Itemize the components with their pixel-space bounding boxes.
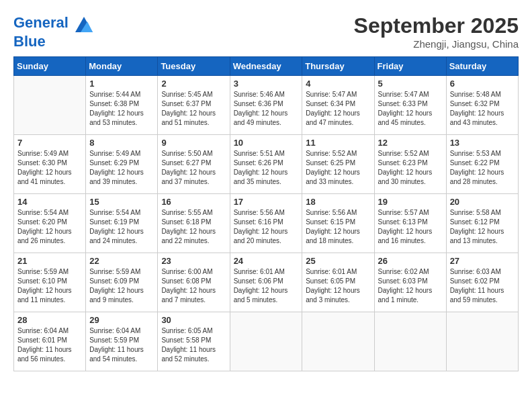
- calendar-cell: 23Sunrise: 6:00 AM Sunset: 6:08 PM Dayli…: [158, 253, 230, 312]
- day-number: 2: [161, 79, 226, 89]
- day-number: 17: [234, 197, 299, 207]
- calendar-cell: 2Sunrise: 5:45 AM Sunset: 6:37 PM Daylig…: [158, 76, 230, 135]
- calendar-cell: 25Sunrise: 6:01 AM Sunset: 6:05 PM Dayli…: [302, 253, 374, 312]
- calendar-week-3: 14Sunrise: 5:54 AM Sunset: 6:20 PM Dayli…: [14, 194, 519, 253]
- calendar-cell: 5Sunrise: 5:47 AM Sunset: 6:33 PM Daylig…: [374, 76, 446, 135]
- calendar-cell: 7Sunrise: 5:49 AM Sunset: 6:30 PM Daylig…: [14, 135, 86, 194]
- calendar-cell: 22Sunrise: 5:59 AM Sunset: 6:09 PM Dayli…: [86, 253, 158, 312]
- cell-info: Sunrise: 6:03 AM Sunset: 6:02 PM Dayligh…: [450, 267, 515, 305]
- logo-text: General: [13, 13, 94, 34]
- weekday-header-row: SundayMondayTuesdayWednesdayThursdayFrid…: [14, 57, 519, 76]
- calendar-cell: 4Sunrise: 5:47 AM Sunset: 6:34 PM Daylig…: [302, 76, 374, 135]
- cell-info: Sunrise: 5:59 AM Sunset: 6:10 PM Dayligh…: [17, 267, 82, 305]
- cell-info: Sunrise: 5:55 AM Sunset: 6:18 PM Dayligh…: [161, 208, 226, 246]
- weekday-sunday: Sunday: [14, 57, 86, 76]
- calendar-cell: [14, 76, 86, 135]
- calendar-cell: [302, 312, 374, 371]
- day-number: 20: [450, 197, 515, 207]
- day-number: 6: [450, 79, 515, 89]
- cell-info: Sunrise: 5:57 AM Sunset: 6:13 PM Dayligh…: [378, 208, 443, 246]
- cell-info: Sunrise: 5:59 AM Sunset: 6:09 PM Dayligh…: [89, 267, 154, 305]
- day-number: 27: [450, 256, 515, 266]
- weekday-tuesday: Tuesday: [158, 57, 230, 76]
- cell-info: Sunrise: 5:54 AM Sunset: 6:20 PM Dayligh…: [17, 208, 82, 246]
- cell-info: Sunrise: 6:05 AM Sunset: 5:58 PM Dayligh…: [161, 326, 226, 364]
- cell-info: Sunrise: 5:49 AM Sunset: 6:30 PM Dayligh…: [17, 149, 82, 187]
- cell-info: Sunrise: 6:00 AM Sunset: 6:08 PM Dayligh…: [161, 267, 226, 305]
- day-number: 30: [161, 315, 226, 325]
- calendar-cell: 20Sunrise: 5:58 AM Sunset: 6:12 PM Dayli…: [446, 194, 518, 253]
- calendar-cell: 18Sunrise: 5:56 AM Sunset: 6:15 PM Dayli…: [302, 194, 374, 253]
- calendar-cell: 19Sunrise: 5:57 AM Sunset: 6:13 PM Dayli…: [374, 194, 446, 253]
- cell-info: Sunrise: 5:53 AM Sunset: 6:22 PM Dayligh…: [450, 149, 515, 187]
- cell-info: Sunrise: 6:01 AM Sunset: 6:06 PM Dayligh…: [234, 267, 299, 305]
- calendar-week-1: 1Sunrise: 5:44 AM Sunset: 6:38 PM Daylig…: [14, 76, 519, 135]
- day-number: 19: [378, 197, 443, 207]
- day-number: 28: [17, 315, 82, 325]
- day-number: 1: [89, 79, 154, 89]
- day-number: 15: [89, 197, 154, 207]
- day-number: 25: [306, 256, 370, 266]
- calendar-table: SundayMondayTuesdayWednesdayThursdayFrid…: [13, 56, 519, 371]
- cell-info: Sunrise: 5:58 AM Sunset: 6:12 PM Dayligh…: [450, 208, 515, 246]
- calendar-cell: 9Sunrise: 5:50 AM Sunset: 6:27 PM Daylig…: [158, 135, 230, 194]
- calendar-cell: 30Sunrise: 6:05 AM Sunset: 5:58 PM Dayli…: [158, 312, 230, 371]
- calendar-week-5: 28Sunrise: 6:04 AM Sunset: 6:01 PM Dayli…: [14, 312, 519, 371]
- cell-info: Sunrise: 5:49 AM Sunset: 6:29 PM Dayligh…: [89, 149, 154, 187]
- cell-info: Sunrise: 5:47 AM Sunset: 6:34 PM Dayligh…: [306, 90, 370, 128]
- month-title: September 2025: [354, 13, 519, 38]
- day-number: 24: [234, 256, 299, 266]
- cell-info: Sunrise: 6:02 AM Sunset: 6:03 PM Dayligh…: [378, 267, 443, 305]
- cell-info: Sunrise: 5:51 AM Sunset: 6:26 PM Dayligh…: [234, 149, 299, 187]
- weekday-wednesday: Wednesday: [230, 57, 302, 76]
- day-number: 23: [161, 256, 226, 266]
- calendar-cell: 27Sunrise: 6:03 AM Sunset: 6:02 PM Dayli…: [446, 253, 518, 312]
- calendar-cell: 3Sunrise: 5:46 AM Sunset: 6:36 PM Daylig…: [230, 76, 302, 135]
- calendar-cell: 13Sunrise: 5:53 AM Sunset: 6:22 PM Dayli…: [446, 135, 518, 194]
- day-number: 4: [306, 79, 370, 89]
- page-header: General Blue September 2025 Zhengji, Jia…: [13, 13, 519, 50]
- day-number: 10: [234, 138, 299, 148]
- calendar-cell: 28Sunrise: 6:04 AM Sunset: 6:01 PM Dayli…: [14, 312, 86, 371]
- calendar-cell: [446, 312, 518, 371]
- weekday-monday: Monday: [86, 57, 158, 76]
- calendar-cell: [374, 312, 446, 371]
- logo: General Blue: [13, 13, 94, 50]
- calendar-cell: 6Sunrise: 5:48 AM Sunset: 6:32 PM Daylig…: [446, 76, 518, 135]
- calendar-cell: 15Sunrise: 5:54 AM Sunset: 6:19 PM Dayli…: [86, 194, 158, 253]
- calendar-body: 1Sunrise: 5:44 AM Sunset: 6:38 PM Daylig…: [14, 76, 519, 371]
- day-number: 5: [378, 79, 443, 89]
- cell-info: Sunrise: 5:48 AM Sunset: 6:32 PM Dayligh…: [450, 90, 515, 128]
- calendar-week-4: 21Sunrise: 5:59 AM Sunset: 6:10 PM Dayli…: [14, 253, 519, 312]
- cell-info: Sunrise: 5:45 AM Sunset: 6:37 PM Dayligh…: [161, 90, 226, 128]
- day-number: 7: [17, 138, 82, 148]
- day-number: 13: [450, 138, 515, 148]
- day-number: 9: [161, 138, 226, 148]
- cell-info: Sunrise: 5:52 AM Sunset: 6:23 PM Dayligh…: [378, 149, 443, 187]
- day-number: 12: [378, 138, 443, 148]
- cell-info: Sunrise: 5:54 AM Sunset: 6:19 PM Dayligh…: [89, 208, 154, 246]
- calendar-cell: 8Sunrise: 5:49 AM Sunset: 6:29 PM Daylig…: [86, 135, 158, 194]
- calendar-cell: 26Sunrise: 6:02 AM Sunset: 6:03 PM Dayli…: [374, 253, 446, 312]
- cell-info: Sunrise: 5:56 AM Sunset: 6:16 PM Dayligh…: [234, 208, 299, 246]
- day-number: 14: [17, 197, 82, 207]
- logo-blue-text: Blue: [13, 34, 94, 50]
- day-number: 11: [306, 138, 370, 148]
- calendar-cell: 1Sunrise: 5:44 AM Sunset: 6:38 PM Daylig…: [86, 76, 158, 135]
- day-number: 26: [378, 256, 443, 266]
- day-number: 3: [234, 79, 299, 89]
- calendar-cell: 21Sunrise: 5:59 AM Sunset: 6:10 PM Dayli…: [14, 253, 86, 312]
- day-number: 16: [161, 197, 226, 207]
- calendar-cell: 24Sunrise: 6:01 AM Sunset: 6:06 PM Dayli…: [230, 253, 302, 312]
- calendar-week-2: 7Sunrise: 5:49 AM Sunset: 6:30 PM Daylig…: [14, 135, 519, 194]
- weekday-thursday: Thursday: [302, 57, 374, 76]
- cell-info: Sunrise: 6:01 AM Sunset: 6:05 PM Dayligh…: [306, 267, 370, 305]
- calendar-cell: 12Sunrise: 5:52 AM Sunset: 6:23 PM Dayli…: [374, 135, 446, 194]
- calendar-cell: 11Sunrise: 5:52 AM Sunset: 6:25 PM Dayli…: [302, 135, 374, 194]
- calendar-cell: 10Sunrise: 5:51 AM Sunset: 6:26 PM Dayli…: [230, 135, 302, 194]
- cell-info: Sunrise: 5:56 AM Sunset: 6:15 PM Dayligh…: [306, 208, 370, 246]
- calendar-cell: 29Sunrise: 6:04 AM Sunset: 5:59 PM Dayli…: [86, 312, 158, 371]
- day-number: 21: [17, 256, 82, 266]
- cell-info: Sunrise: 5:47 AM Sunset: 6:33 PM Dayligh…: [378, 90, 443, 128]
- cell-info: Sunrise: 5:46 AM Sunset: 6:36 PM Dayligh…: [234, 90, 299, 128]
